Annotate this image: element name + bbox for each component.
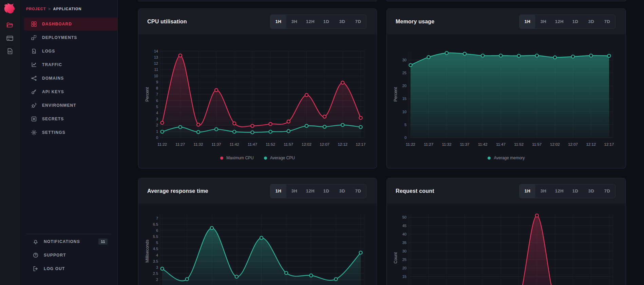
breadcrumb-separator: > [48,7,51,11]
svg-text:6.5: 6.5 [153,222,158,226]
range-button-3d[interactable]: 3D [334,15,350,28]
request-count-chart: 1520253035404550Count [393,207,626,285]
sidebar-item-traffic[interactable]: TRAFFIC [24,58,117,71]
notifications-count-badge: 11 [98,239,108,245]
range-button-3d[interactable]: 3D [334,184,350,198]
response-time-card-header: Average response time 1H3H12H1D3D7D [138,178,377,204]
sidebar-item-label: DOMAINS [42,76,64,81]
sidebar-item-api-keys[interactable]: API KEYS [24,85,117,98]
response-time-time-range-group: 1H3H12H1D3D7D [270,184,366,198]
northflank-logo[interactable] [3,3,17,14]
sidebar-item-label: NOTIFICATIONS [44,239,80,244]
range-button-12h[interactable]: 12H [551,15,567,28]
svg-text:11:42: 11:42 [230,142,239,146]
legend-label: Maximum CPU [226,156,254,160]
svg-text:12:02: 12:02 [550,142,560,146]
svg-text:Percent: Percent [145,87,150,102]
request-count-card-title: Request count [396,188,434,194]
legend-item-maximum-cpu: Maximum CPU [220,156,254,160]
range-button-1h[interactable]: 1H [270,184,286,198]
svg-text:11:37: 11:37 [460,142,470,146]
svg-text:12:02: 12:02 [302,142,311,146]
sidebar-item-dashboard[interactable]: DASHBOARD [24,18,117,30]
rail-credit-card-icon[interactable] [6,35,14,42]
range-button-1d[interactable]: 1D [567,184,583,198]
svg-text:11:32: 11:32 [193,142,203,146]
range-button-1h[interactable]: 1H [519,184,535,198]
range-button-3d[interactable]: 3D [583,184,599,198]
sidebar-item-logs[interactable]: LOGS [24,45,117,58]
range-button-1d[interactable]: 1D [318,184,334,198]
sidebar-item-notifications[interactable]: NOTIFICATIONS 11 [20,236,117,248]
sidebar-footer-divider [26,234,111,234]
partial-card-edge-left [138,0,377,1]
sidebar-item-log-out[interactable]: LOG OUT [20,263,117,275]
sidebar-menu: DASHBOARD DEPLOYMENTS LOGS TRAFFIC DOMAI… [20,18,117,139]
partial-card-edge-right [386,0,626,1]
legend-item-average-memory: Average memory [488,156,525,160]
range-button-12h[interactable]: 12H [302,15,318,28]
svg-text:12:12: 12:12 [586,142,596,146]
breadcrumb-project-link[interactable]: PROJECT [26,7,46,11]
sidebar: PROJECT > APPLICATION DASHBOARD DEPLOYME… [20,0,118,285]
sidebar-item-label: ENVIRONMENT [42,103,76,108]
svg-text:11:22: 11:22 [406,142,415,146]
memory-time-range-group: 1H3H12H1D3D7D [519,15,615,29]
range-button-3h[interactable]: 3H [535,15,551,28]
svg-text:6: 6 [156,99,158,103]
sidebar-item-settings[interactable]: SETTINGS [24,126,117,139]
traffic-icon [31,62,37,68]
svg-text:10: 10 [154,74,158,78]
range-button-3h[interactable]: 3H [286,15,302,28]
cpu-chart: 0123456789101112131411:2211:2711:3211:37… [145,44,377,154]
svg-text:5: 5 [404,123,406,127]
svg-text:1: 1 [156,129,158,134]
range-button-1h[interactable]: 1H [519,15,535,28]
svg-text:12:17: 12:17 [604,142,614,146]
sidebar-item-domains[interactable]: DOMAINS [24,72,117,85]
rail-file-code-icon[interactable] [6,47,14,55]
legend-label: Average memory [494,156,525,160]
range-button-1h[interactable]: 1H [270,15,286,28]
svg-text:11:42: 11:42 [478,142,488,146]
domains-icon [31,75,37,81]
range-button-3d[interactable]: 3D [583,15,599,28]
response-time-card-title: Average response time [147,188,208,194]
range-button-1d[interactable]: 1D [567,15,583,28]
sidebar-item-deployments[interactable]: DEPLOYMENTS [24,31,117,44]
memory-chart: 05101520253011:2211:2711:3211:3711:4211:… [393,44,626,154]
svg-text:11:27: 11:27 [175,142,185,146]
memory-card: Memory usage 1H3H12H1D3D7D 0510152025301… [386,8,626,168]
sidebar-item-support[interactable]: SUPPORT [20,249,117,261]
svg-text:12: 12 [154,61,158,65]
svg-text:30: 30 [402,58,406,62]
svg-text:2: 2 [156,123,158,127]
svg-text:4: 4 [156,253,158,257]
range-button-1d[interactable]: 1D [318,15,334,28]
range-button-12h[interactable]: 12H [302,184,318,198]
svg-text:15: 15 [402,274,406,279]
breadcrumb-application-link[interactable]: APPLICATION [53,7,82,11]
range-button-7d[interactable]: 7D [350,15,366,28]
svg-text:4.5: 4.5 [153,247,158,251]
range-button-7d[interactable]: 7D [350,184,366,198]
svg-text:9: 9 [156,80,158,84]
range-button-12h[interactable]: 12H [551,184,567,198]
dashboard-grid-icon [31,21,37,27]
settings-gear-icon [31,129,37,136]
svg-text:7: 7 [156,216,158,220]
svg-text:40: 40 [402,232,406,236]
sidebar-item-secrets[interactable]: SECRETS [24,113,117,125]
range-button-7d[interactable]: 7D [599,15,615,28]
svg-text:Milliseconds: Milliseconds [145,240,150,263]
legend-label: Average CPU [270,156,295,160]
range-button-3h[interactable]: 3H [535,184,551,198]
rail-folder-open-icon[interactable] [6,22,14,29]
sidebar-item-environment[interactable]: ENVIRONMENT [24,99,117,112]
request-count-card: Request count 1H3H12H1D3D7D 152025303540… [386,178,626,285]
svg-text:20: 20 [402,84,406,88]
svg-text:8: 8 [156,86,158,90]
range-button-7d[interactable]: 7D [599,184,615,198]
range-button-3h[interactable]: 3H [286,184,302,198]
svg-text:11:57: 11:57 [284,142,293,146]
